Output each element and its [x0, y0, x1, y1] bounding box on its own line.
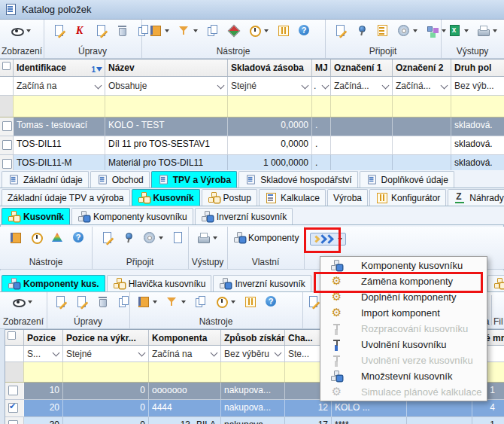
- document-button[interactable]: [170, 230, 186, 245]
- table-row[interactable]: TOS-DIL11 Díl 11 pro TOS-SESTAV1 0,0000 …: [0, 136, 504, 155]
- filter-input-identifikace[interactable]: [14, 96, 105, 117]
- tab-kalkulace[interactable]: Kalkulace: [259, 189, 326, 206]
- history-button[interactable]: [29, 230, 44, 245]
- filter-operator-oznaceni2[interactable]: Začíná...: [393, 77, 451, 95]
- duplicate-button[interactable]: [193, 294, 208, 309]
- column-header-komponenta[interactable]: Komponenta: [149, 330, 221, 345]
- select-all-checkbox[interactable]: [5, 330, 24, 345]
- tab-komponenty-kus[interactable]: Komponenty kus.: [2, 275, 105, 291]
- excel-export-button[interactable]: [447, 23, 470, 38]
- filter-input-nazev[interactable]: [105, 96, 228, 117]
- tab-konfigurator[interactable]: Konfigurátor: [369, 189, 446, 206]
- duplicate-button[interactable]: [205, 23, 220, 38]
- tab-fragment[interactable]: T: [487, 275, 504, 291]
- note-button[interactable]: [332, 23, 348, 38]
- column-header-druh[interactable]: Druh pol: [451, 59, 504, 76]
- tab-obchod[interactable]: Obchod: [90, 171, 150, 188]
- tab-skladove-hospodarstvi[interactable]: Skladové hospodářství: [238, 171, 357, 188]
- filter-operator-oznaceni1[interactable]: Začíná...: [331, 77, 393, 95]
- column-header-vykres[interactable]: Pozice na výkr...: [63, 330, 149, 345]
- filter-input-druh[interactable]: [451, 96, 504, 117]
- help-button[interactable]: [71, 230, 87, 245]
- tab-nahrady-polozek[interactable]: Náhrady polož: [448, 189, 504, 206]
- column-header-oznaceni2[interactable]: Označení 2: [393, 59, 451, 76]
- tab-komponenty-kusovniku[interactable]: Komponenty kusovníku: [71, 208, 193, 224]
- view-button[interactable]: [11, 294, 34, 309]
- tab-zakladni-udaje-tpv[interactable]: Základní údaje TPV a výroba: [2, 189, 130, 206]
- notebook-button[interactable]: [147, 23, 171, 38]
- settings-button[interactable]: [275, 23, 291, 38]
- print-button[interactable]: [196, 230, 219, 245]
- filter-input-oznaceni1[interactable]: [331, 96, 393, 117]
- filter-button[interactable]: [164, 294, 187, 309]
- levels-button[interactable]: [50, 230, 65, 245]
- notebook-button[interactable]: [8, 230, 23, 245]
- filter-operator-identifikace[interactable]: Začíná na: [14, 77, 105, 95]
- new-record-button[interactable]: [51, 23, 67, 38]
- tab-kusovnik-view[interactable]: Kusovník: [2, 208, 70, 224]
- filter-operator-druh[interactable]: Bez výb...: [451, 77, 504, 95]
- filter-operator-pozice[interactable]: S...: [24, 346, 63, 361]
- filter-input-zpusob[interactable]: [221, 362, 285, 382]
- filter-operator-zasoba[interactable]: Stejné: [228, 77, 312, 95]
- filter-operator-komponenta[interactable]: Začíná na: [149, 346, 221, 361]
- filter-operator-zpusob[interactable]: Bez výběru: [221, 346, 285, 361]
- filter-button[interactable]: [176, 23, 199, 38]
- komponenty-button[interactable]: Komponenty: [232, 230, 300, 245]
- filter-input-zasoba[interactable]: [228, 96, 312, 117]
- tab-inverzni-kusovnik[interactable]: Inverzní kusovník: [195, 208, 293, 224]
- tab-vyroba[interactable]: Výroba: [327, 189, 368, 206]
- new-record-button[interactable]: [53, 294, 68, 309]
- column-header-identifikace[interactable]: Identifikace 1: [14, 59, 105, 76]
- media-button[interactable]: [141, 230, 165, 245]
- tab-inverzni-kusovnik-2[interactable]: Inverzní kusovník: [213, 275, 311, 291]
- pin-button[interactable]: [120, 230, 136, 245]
- notebook-button[interactable]: [135, 294, 159, 309]
- table-row[interactable]: 20 0 4444 nakupova... 12 KOLO ... 4: [5, 400, 504, 417]
- edit-record-button[interactable]: [74, 294, 90, 309]
- select-all-checkbox[interactable]: [0, 59, 14, 76]
- column-header-zasoba[interactable]: Skladová zásoba: [228, 59, 312, 76]
- column-header-pozice[interactable]: Pozice: [24, 330, 63, 345]
- history-button[interactable]: [214, 294, 237, 309]
- column-header-nazev[interactable]: Název: [105, 59, 228, 76]
- view-button[interactable]: [9, 23, 32, 38]
- settings-button[interactable]: [242, 294, 258, 309]
- tab-hlavicka-kusovniku[interactable]: Hlavička kusovníku: [107, 275, 212, 291]
- filter-input-vykres[interactable]: [63, 362, 149, 382]
- tab-kusovnik[interactable]: Kusovník: [132, 189, 200, 206]
- menu-item-komponenty-kusovniku[interactable]: Komponenty kusovníku: [320, 258, 487, 273]
- menu-item-mnozstevni-kusovnik[interactable]: Množstevní kusovník: [320, 368, 487, 384]
- relations-button[interactable]: [226, 23, 241, 38]
- note-button[interactable]: [99, 230, 115, 245]
- help-button[interactable]: [263, 294, 279, 309]
- media-button[interactable]: [396, 23, 419, 38]
- tab-doplnkove-udaje[interactable]: Doplňkové údaje: [360, 171, 454, 188]
- tab-tpv-a-vyroba[interactable]: TPV a Výroba: [151, 171, 237, 188]
- pin-button[interactable]: [354, 23, 369, 38]
- column-header-zpusob[interactable]: Způsob získání: [221, 330, 285, 345]
- edit-record-button[interactable]: [93, 23, 109, 38]
- filter-operator-vykres[interactable]: Stejné: [63, 346, 149, 361]
- filter-operator-nazev[interactable]: Obsahuje: [105, 77, 228, 95]
- column-header-mj[interactable]: MJ: [312, 59, 331, 76]
- filter-input-pozice[interactable]: [24, 362, 63, 382]
- column-header-oznaceni1[interactable]: Označení 1: [331, 59, 393, 76]
- filter-operator-mj[interactable]: .: [312, 77, 331, 95]
- table-row[interactable]: Tomas - testovací KOLO - TEST 0,0000 . s…: [0, 117, 504, 136]
- delete-record-button[interactable]: [95, 294, 111, 309]
- tasks-button[interactable]: [375, 23, 390, 38]
- menu-item-import-komponent[interactable]: ⚙Import komponent: [320, 305, 487, 321]
- filter-input-komponenta[interactable]: [149, 362, 221, 382]
- menu-item-uvolneni-kusovniku[interactable]: Uvolnění kusovníku: [320, 337, 487, 352]
- help-button[interactable]: [296, 23, 312, 38]
- table-row[interactable]: 30 0 13BILA nakupova... 17 ****... 1: [5, 417, 504, 424]
- delete-record-button[interactable]: [114, 23, 130, 38]
- tab-postup[interactable]: Postup: [202, 189, 257, 206]
- filter-input-oznaceni2[interactable]: [393, 96, 451, 117]
- correction-button[interactable]: [72, 23, 88, 38]
- filter-input-mj[interactable]: [312, 96, 331, 117]
- note-button[interactable]: [305, 294, 321, 309]
- print-button[interactable]: [475, 23, 499, 38]
- tab-zakladni-udaje[interactable]: Základní údaje: [2, 171, 89, 188]
